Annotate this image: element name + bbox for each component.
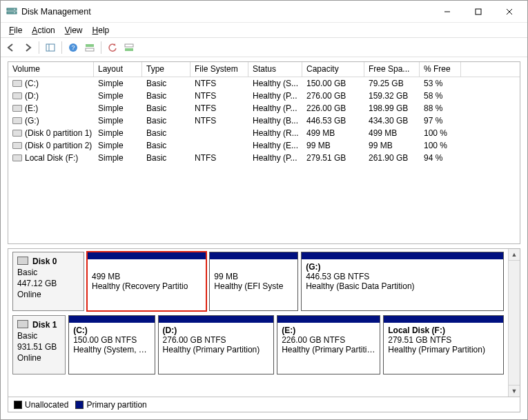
partition-body: Local Disk (F:) 279.51 GB NTFS Healthy (… (384, 323, 503, 374)
svg-rect-13 (86, 48, 94, 51)
scroll-up-button[interactable]: ▲ (509, 249, 520, 261)
volume-name: (G:) (25, 116, 39, 126)
svg-rect-0 (7, 8, 17, 10)
legend-unallocated-label: Unallocated (25, 400, 68, 410)
partition[interactable]: (C:) 150.00 GB NTFS Healthy (System, Boo… (68, 315, 155, 374)
cell-free: 159.32 GB (364, 91, 420, 101)
scroll-down-button[interactable]: ▼ (509, 385, 520, 397)
partition-status: Healthy (EFI Syste (214, 281, 293, 291)
app-icon (6, 6, 17, 17)
cell-status: Healthy (P... (248, 103, 302, 113)
partition-header-bar (159, 316, 274, 323)
cell-pfree: 100 % (420, 128, 461, 138)
back-button[interactable] (3, 40, 19, 55)
cell-volume: (C:) (8, 79, 94, 88)
drive-icon (12, 154, 22, 161)
close-button[interactable] (493, 1, 525, 22)
volume-row[interactable]: (Disk 0 partition 1)SimpleBasicHealthy (… (8, 127, 520, 139)
volume-list-header: Volume Layout Type File System Status Ca… (8, 62, 520, 77)
volume-row[interactable]: (C:)SimpleBasicNTFSHealthy (S...150.00 G… (8, 77, 520, 90)
partition-header-bar (69, 316, 154, 323)
disk-map-body: Disk 0 Basic 447.12 GB Online 499 MB Hea… (8, 249, 508, 397)
cell-free: 434.30 GB (364, 116, 420, 126)
partition-name (214, 262, 293, 272)
partition[interactable]: (E:) 226.00 GB NTFS Healthy (Primary Par… (277, 315, 380, 374)
volume-row[interactable]: (G:)SimpleBasicNTFSHealthy (B...446.53 G… (8, 114, 520, 127)
drive-icon (12, 80, 22, 87)
column-type[interactable]: Type (142, 62, 190, 77)
column-status[interactable]: Status (248, 62, 302, 77)
volume-row[interactable]: (E:)SimpleBasicNTFSHealthy (P...226.00 G… (8, 102, 520, 114)
drive-icon (12, 142, 22, 149)
volume-row[interactable]: (D:)SimpleBasicNTFSHealthy (P...276.00 G… (8, 90, 520, 102)
menu-file[interactable]: File (5, 24, 26, 37)
svg-point-3 (14, 12, 15, 13)
partition[interactable]: 99 MB Healthy (EFI Syste (209, 252, 298, 311)
volume-list: Volume Layout Type File System Status Ca… (8, 61, 520, 244)
svg-rect-1 (7, 12, 17, 14)
svg-rect-12 (86, 44, 94, 47)
partition[interactable]: (G:) 446.53 GB NTFS Healthy (Basic Data … (301, 252, 504, 311)
disk-header[interactable]: Disk 1 Basic 931.51 GB Online (12, 315, 66, 374)
view-bottom-button[interactable] (121, 40, 137, 55)
menu-view[interactable]: View (61, 24, 87, 37)
cell-pfree: 94 % (420, 153, 461, 163)
cell-layout: Simple (94, 128, 142, 138)
show-hide-tree-button[interactable] (43, 40, 58, 55)
menu-action[interactable]: Action (28, 24, 59, 37)
cell-cap: 276.00 GB (302, 91, 364, 101)
cell-layout: Simple (94, 79, 142, 88)
partition-size: 150.00 GB NTFS (73, 335, 150, 345)
volume-row[interactable]: Local Disk (F:)SimpleBasicNTFSHealthy (P… (8, 152, 520, 164)
toolbar-separator (101, 41, 101, 54)
cell-type: Basic (142, 128, 190, 138)
column-volume[interactable]: Volume (8, 62, 94, 77)
cell-layout: Simple (94, 153, 142, 163)
cell-volume: (E:) (8, 103, 94, 113)
cell-type: Basic (142, 141, 190, 150)
help-button[interactable]: ? (66, 40, 81, 55)
volume-row[interactable]: (Disk 0 partition 2)SimpleBasicHealthy (… (8, 139, 520, 152)
column-capacity[interactable]: Capacity (302, 62, 364, 77)
cell-pfree: 100 % (420, 141, 461, 150)
column-percent-free[interactable]: % Free (420, 62, 461, 77)
refresh-button[interactable] (105, 40, 120, 55)
cell-fs: NTFS (190, 91, 248, 101)
column-filesystem[interactable]: File System (190, 62, 248, 77)
disk-size: 447.12 GB (17, 279, 79, 288)
partition[interactable]: 499 MB Healthy (Recovery Partitio (87, 252, 206, 311)
forward-button[interactable] (20, 40, 35, 55)
cell-fs: NTFS (190, 116, 248, 126)
cell-type: Basic (142, 91, 190, 101)
partition-body: 499 MB Healthy (Recovery Partitio (88, 259, 206, 310)
disk-header[interactable]: Disk 0 Basic 447.12 GB Online (12, 252, 84, 311)
vertical-scrollbar[interactable]: ▲ ▼ (508, 249, 520, 397)
cell-layout: Simple (94, 141, 142, 150)
minimize-button[interactable] (431, 1, 462, 22)
menu-view-label: iew (70, 26, 83, 35)
menu-help[interactable]: Help (88, 24, 114, 37)
cell-fs: NTFS (190, 153, 248, 163)
cell-fs: NTFS (190, 79, 248, 88)
partition[interactable]: (D:) 276.00 GB NTFS Healthy (Primary Par… (158, 315, 275, 374)
column-freespace[interactable]: Free Spa... (364, 62, 420, 77)
cell-fs: NTFS (190, 103, 248, 113)
view-top-button[interactable] (82, 40, 97, 55)
partition-header-bar (88, 252, 206, 259)
cell-layout: Simple (94, 116, 142, 126)
legend-primary-label: Primary partition (86, 400, 146, 410)
svg-point-2 (14, 8, 15, 10)
cell-volume: (G:) (8, 116, 94, 126)
partition-status: Healthy (Primary Partition) (163, 345, 270, 354)
cell-free: 99 MB (364, 141, 420, 150)
partition[interactable]: Local Disk (F:) 279.51 GB NTFS Healthy (… (383, 315, 504, 374)
partition-header-bar (302, 252, 503, 259)
column-layout[interactable]: Layout (94, 62, 142, 77)
cell-free: 198.99 GB (364, 103, 420, 113)
partition-size: 226.00 GB NTFS (282, 335, 375, 345)
maximize-button[interactable] (462, 1, 493, 22)
partition-header-bar (384, 316, 503, 323)
disk-map-pane: Disk 0 Basic 447.12 GB Online 499 MB Hea… (8, 248, 520, 412)
cell-status: Healthy (P... (248, 91, 302, 101)
partition-size: 276.00 GB NTFS (163, 335, 270, 345)
